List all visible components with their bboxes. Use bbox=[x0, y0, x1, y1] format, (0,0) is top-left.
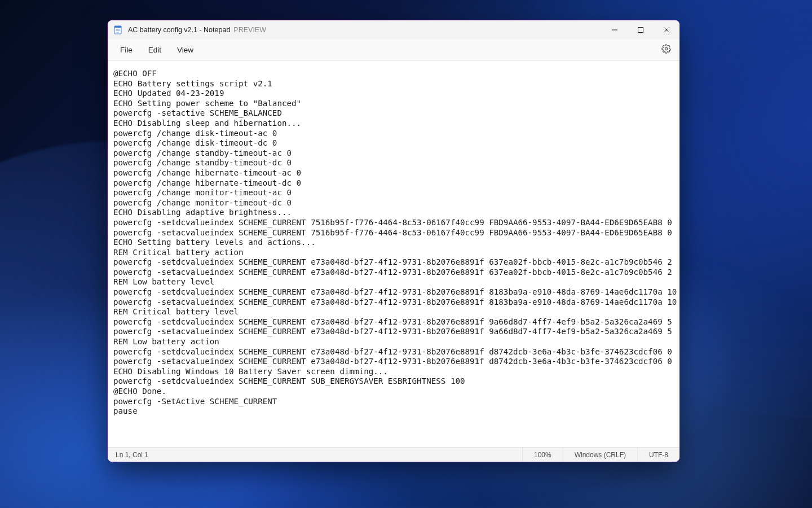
text-editor[interactable]: @ECHO OFF ECHO Battery settings script v… bbox=[108, 61, 679, 447]
status-cursor-position: Ln 1, Col 1 bbox=[108, 451, 148, 459]
menu-file[interactable]: File bbox=[112, 42, 140, 58]
titlebar[interactable]: AC battery config v2.1 - Notepad PREVIEW bbox=[108, 20, 679, 40]
settings-button[interactable] bbox=[657, 41, 675, 59]
notepad-window: AC battery config v2.1 - Notepad PREVIEW… bbox=[108, 20, 679, 462]
svg-point-9 bbox=[665, 47, 667, 50]
menubar: File Edit View bbox=[108, 40, 679, 61]
window-controls bbox=[602, 20, 679, 40]
svg-rect-1 bbox=[114, 26, 121, 28]
menu-view[interactable]: View bbox=[169, 42, 201, 58]
close-button[interactable] bbox=[654, 20, 679, 40]
status-line-ending[interactable]: Windows (CRLF) bbox=[563, 448, 637, 462]
svg-rect-6 bbox=[638, 28, 643, 33]
maximize-button[interactable] bbox=[628, 20, 654, 40]
preview-badge: PREVIEW bbox=[233, 26, 266, 34]
editor-content[interactable]: @ECHO OFF ECHO Battery settings script v… bbox=[113, 69, 679, 417]
minimize-button[interactable] bbox=[602, 20, 628, 40]
menu-edit[interactable]: Edit bbox=[140, 42, 169, 58]
notepad-app-icon bbox=[113, 25, 122, 34]
gear-icon bbox=[661, 44, 671, 56]
status-zoom[interactable]: 100% bbox=[522, 448, 563, 462]
statusbar: Ln 1, Col 1 100% Windows (CRLF) UTF-8 bbox=[108, 447, 679, 462]
status-encoding[interactable]: UTF-8 bbox=[637, 448, 679, 462]
window-title: AC battery config v2.1 - Notepad bbox=[128, 26, 230, 34]
